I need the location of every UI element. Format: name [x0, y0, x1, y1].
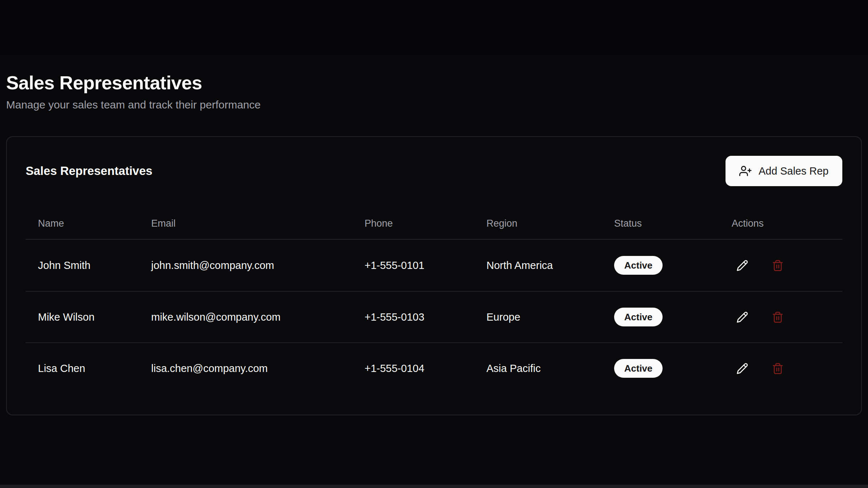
trash-icon: [772, 363, 784, 374]
card-header: Sales Representatives Add Sales Rep: [26, 156, 842, 186]
delete-button[interactable]: [767, 255, 788, 276]
status-badge: Active: [614, 308, 663, 326]
table-row: John Smith john.smith@company.com +1-555…: [26, 240, 842, 291]
trash-icon: [772, 260, 784, 271]
column-header-status: Status: [602, 218, 719, 229]
cell-actions: [719, 307, 842, 328]
edit-button[interactable]: [732, 358, 753, 379]
sales-reps-card: Sales Representatives Add Sales Rep Name…: [6, 136, 862, 415]
cell-phone: +1-555-0101: [352, 260, 474, 271]
cell-status: Active: [602, 308, 719, 326]
edit-button[interactable]: [732, 307, 753, 328]
cell-email: lisa.chen@company.com: [139, 363, 352, 374]
cell-email: mike.wilson@company.com: [139, 311, 352, 323]
column-header-name: Name: [26, 218, 139, 229]
pencil-icon: [736, 363, 748, 374]
cell-phone: +1-555-0104: [352, 363, 474, 374]
page-title: Sales Representatives: [6, 72, 862, 94]
column-header-phone: Phone: [352, 218, 474, 229]
cell-status: Active: [602, 359, 719, 378]
delete-button[interactable]: [767, 307, 788, 328]
main-content: Sales Representatives Manage your sales …: [0, 72, 868, 415]
cell-region: North America: [474, 260, 602, 271]
cell-name: John Smith: [26, 260, 139, 271]
add-sales-rep-button[interactable]: Add Sales Rep: [726, 156, 842, 186]
cell-email: john.smith@company.com: [139, 260, 352, 271]
page-subtitle: Manage your sales team and track their p…: [6, 99, 862, 111]
column-header-actions: Actions: [719, 218, 842, 229]
edit-button[interactable]: [732, 255, 753, 276]
bottom-edge-strip: [0, 485, 868, 488]
cell-actions: [719, 255, 842, 276]
cell-actions: [719, 358, 842, 379]
cell-name: Mike Wilson: [26, 311, 139, 323]
column-header-email: Email: [139, 218, 352, 229]
cell-name: Lisa Chen: [26, 363, 139, 374]
cell-region: Asia Pacific: [474, 363, 602, 374]
pencil-icon: [736, 311, 748, 323]
card-title: Sales Representatives: [26, 164, 152, 178]
table-row: Lisa Chen lisa.chen@company.com +1-555-0…: [26, 342, 842, 394]
trash-icon: [772, 311, 784, 323]
table-header-row: Name Email Phone Region Status Actions: [26, 208, 842, 240]
cell-status: Active: [602, 256, 719, 275]
pencil-icon: [736, 260, 748, 271]
add-button-label: Add Sales Rep: [759, 165, 829, 177]
cell-region: Europe: [474, 311, 602, 323]
table-row: Mike Wilson mike.wilson@company.com +1-5…: [26, 291, 842, 342]
top-bar: [0, 0, 868, 55]
sales-reps-table: Name Email Phone Region Status Actions J…: [26, 208, 842, 394]
user-plus-icon: [739, 165, 752, 177]
column-header-region: Region: [474, 218, 602, 229]
status-badge: Active: [614, 256, 663, 275]
cell-phone: +1-555-0103: [352, 311, 474, 323]
delete-button[interactable]: [767, 358, 788, 379]
status-badge: Active: [614, 359, 663, 378]
